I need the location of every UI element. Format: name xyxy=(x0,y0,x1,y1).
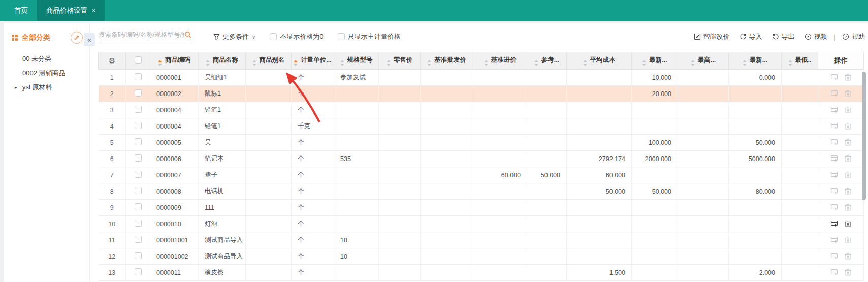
table-row[interactable]: 130000011橡皮擦个1.5002.000 xyxy=(99,265,864,281)
column-header-avg[interactable]: 平均成本 xyxy=(567,52,632,70)
table-row[interactable]: 11000001001测试商品导入个10 xyxy=(99,232,864,248)
row-checkbox[interactable] xyxy=(135,236,142,243)
video-button[interactable]: 视频 xyxy=(805,32,827,41)
sort-arrows-icon[interactable] xyxy=(583,60,587,66)
row-checkbox[interactable] xyxy=(135,252,142,259)
row-checkbox[interactable] xyxy=(135,203,142,210)
column-header-code[interactable]: 商品编码 xyxy=(150,52,199,70)
row-checkbox[interactable] xyxy=(135,138,142,145)
import-button[interactable]: 导入 xyxy=(740,32,762,41)
delete-row-button[interactable] xyxy=(844,138,852,147)
delete-row-button[interactable] xyxy=(844,73,852,82)
export-button[interactable]: 导出 xyxy=(772,32,795,41)
add-price-adjust-button[interactable] xyxy=(830,171,838,180)
row-checkbox[interactable] xyxy=(135,154,142,162)
row-checkbox[interactable] xyxy=(135,268,142,275)
row-checkbox[interactable] xyxy=(135,171,142,178)
column-header-ref[interactable]: 参考... xyxy=(527,52,567,70)
add-price-adjust-button[interactable] xyxy=(830,252,838,261)
search-input[interactable]: 搜索条码/编码/名称/规格型号/别名 xyxy=(99,30,192,43)
expander-icon[interactable]: ▸ xyxy=(15,80,17,95)
column-header-highest[interactable]: 最高... xyxy=(678,52,729,70)
sort-arrows-icon[interactable] xyxy=(534,60,538,66)
table-row[interactable]: 100000010灯泡个 xyxy=(99,216,864,232)
add-price-adjust-button[interactable] xyxy=(830,220,838,229)
vertical-scrollbar[interactable] xyxy=(862,72,866,200)
delete-row-button[interactable] xyxy=(844,171,852,180)
delete-row-button[interactable] xyxy=(844,252,852,261)
sort-arrows-icon[interactable] xyxy=(691,60,695,66)
search-icon[interactable] xyxy=(184,31,192,39)
delete-row-button[interactable] xyxy=(844,89,852,99)
table-row[interactable]: 30000004铅笔1个 xyxy=(99,102,864,118)
column-header-retail[interactable]: 零售价 xyxy=(379,52,421,70)
hide-zero-price-checkbox[interactable]: 不显示价格为0 xyxy=(270,32,323,41)
edit-categories-button[interactable] xyxy=(71,32,83,44)
table-row[interactable]: 60000006笔记本个5352792.1742000.0005000.000 xyxy=(99,151,864,167)
row-checkbox[interactable] xyxy=(135,122,142,129)
delete-row-button[interactable] xyxy=(844,187,852,196)
column-header-lowest[interactable]: 最低.. xyxy=(782,52,818,70)
column-header-latest1[interactable]: 最新... xyxy=(632,52,678,70)
add-price-adjust-button[interactable] xyxy=(830,187,838,196)
column-header-wholesale[interactable]: 基准批发价 xyxy=(421,52,473,70)
column-header-checkbox[interactable] xyxy=(126,52,150,70)
column-header-spec[interactable]: 规格型号 xyxy=(334,52,379,70)
sort-arrows-icon[interactable] xyxy=(206,60,210,66)
sort-arrows-icon[interactable] xyxy=(427,60,431,66)
smart-reprice-button[interactable]: 智能改价 xyxy=(694,32,730,41)
row-checkbox[interactable] xyxy=(135,89,142,97)
collapse-sidebar-button[interactable]: « xyxy=(84,33,95,46)
sort-arrows-icon[interactable] xyxy=(252,60,256,66)
table-row[interactable]: 20000002鼠标1个20.000 xyxy=(99,86,864,102)
row-checkbox[interactable] xyxy=(135,73,142,80)
delete-row-button[interactable] xyxy=(844,236,852,245)
checkbox-box[interactable] xyxy=(338,33,345,40)
sort-arrows-icon[interactable] xyxy=(642,60,646,66)
help-button[interactable]: ? 帮助 xyxy=(842,32,865,41)
sidebar-category-item[interactable]: 00 未分类 xyxy=(22,52,89,66)
add-price-adjust-button[interactable] xyxy=(830,203,838,212)
show-main-unit-price-checkbox[interactable]: 只显示主计量价格 xyxy=(338,32,401,41)
delete-row-button[interactable] xyxy=(844,122,852,131)
sort-arrows-icon[interactable] xyxy=(484,60,488,66)
column-header-index[interactable]: ⚙ xyxy=(99,52,126,70)
column-settings-gear-icon[interactable]: ⚙ xyxy=(109,56,115,65)
add-price-adjust-button[interactable] xyxy=(830,154,838,164)
tab-product-price-settings[interactable]: 商品价格设置 × xyxy=(37,0,105,21)
row-checkbox[interactable] xyxy=(135,187,142,194)
select-all-checkbox[interactable] xyxy=(135,56,142,64)
add-price-adjust-button[interactable] xyxy=(830,268,838,277)
add-price-adjust-button[interactable] xyxy=(830,122,838,131)
row-checkbox[interactable] xyxy=(135,106,142,113)
add-price-adjust-button[interactable] xyxy=(830,89,838,99)
table-row[interactable]: 90000009111个 xyxy=(99,200,864,216)
table-row[interactable]: 70000007裙子个60.00050.00060.000 xyxy=(99,167,864,183)
column-header-alias[interactable]: 商品别名 xyxy=(246,52,292,70)
delete-row-button[interactable] xyxy=(844,220,852,229)
table-row[interactable]: 50000005吴个100.00050.000 xyxy=(99,135,864,151)
sort-arrows-icon[interactable] xyxy=(387,60,391,66)
table-row[interactable]: 10000001吴细细1个参加复试10.0000.000 xyxy=(99,70,864,86)
checkbox-box[interactable] xyxy=(270,33,277,40)
sidebar-category-item[interactable]: ▸ysl 原材料 xyxy=(22,80,89,95)
column-header-purchase[interactable]: 基准进价 xyxy=(473,52,527,70)
sort-arrows-icon[interactable] xyxy=(340,60,344,66)
delete-row-button[interactable] xyxy=(844,106,852,115)
add-price-adjust-button[interactable] xyxy=(830,106,838,115)
sort-arrows-icon[interactable] xyxy=(788,60,792,66)
sidebar-category-item[interactable]: 0002 滞销商品 xyxy=(22,66,89,80)
add-price-adjust-button[interactable] xyxy=(830,73,838,82)
more-filters-button[interactable]: 更多条件 ∨ xyxy=(213,32,255,41)
table-row[interactable]: 40000004铅笔1千克 xyxy=(99,118,864,135)
delete-row-button[interactable] xyxy=(844,268,852,277)
column-header-unit[interactable]: 计量单位... xyxy=(292,52,334,70)
table-row[interactable]: 12000001002测试商品导入个10 xyxy=(99,248,864,265)
row-checkbox[interactable] xyxy=(135,220,142,227)
column-header-name[interactable]: 商品名称 xyxy=(199,52,246,70)
add-price-adjust-button[interactable] xyxy=(830,138,838,147)
add-price-adjust-button[interactable] xyxy=(830,236,838,245)
sort-arrows-icon[interactable] xyxy=(743,60,747,66)
tab-close-icon[interactable]: × xyxy=(92,7,95,14)
column-header-latest2[interactable]: 最新... xyxy=(729,52,782,70)
